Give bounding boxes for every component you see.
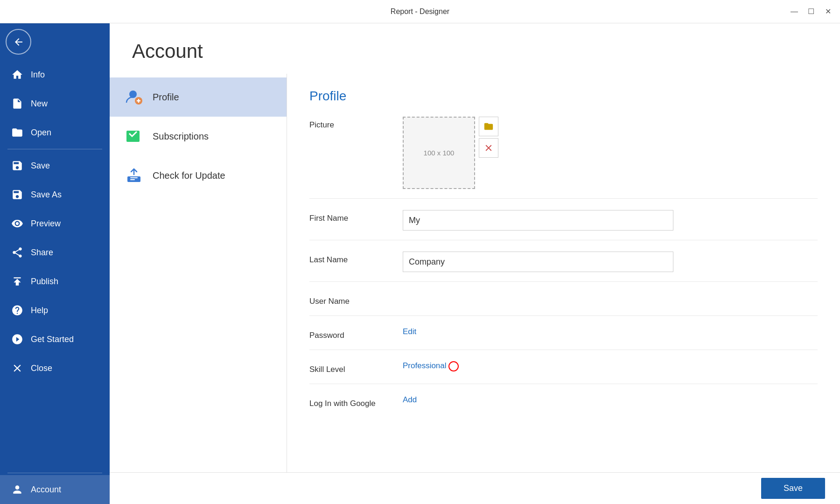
close-icon	[11, 362, 23, 374]
picture-area: 100 x 100	[403, 117, 818, 189]
sidebar-item-getstarted[interactable]: Get Started	[0, 325, 110, 354]
lastname-row: Last Name	[309, 252, 818, 282]
svg-rect-5	[130, 179, 135, 180]
help-icon	[11, 304, 23, 316]
sidebar-item-saveas[interactable]: Save As	[0, 180, 110, 209]
sidebar-item-new[interactable]: New	[0, 89, 110, 118]
sidebar-item-account[interactable]: Account	[0, 475, 110, 504]
main-content: Info New Open Save	[0, 23, 840, 504]
lastname-label: Last Name	[309, 252, 403, 265]
picture-row: Picture 100 x 100	[309, 117, 818, 199]
subscriptions-svg-icon	[126, 128, 142, 145]
picture-box[interactable]: 100 x 100	[403, 117, 475, 189]
cursor-indicator	[448, 361, 459, 371]
close-button[interactable]: ✕	[823, 7, 833, 16]
publish-icon	[11, 275, 23, 287]
sidebar-item-help[interactable]: Help	[0, 296, 110, 325]
sidebar-label-new: New	[31, 99, 48, 109]
firstname-label: First Name	[309, 210, 403, 223]
password-value: Edit	[403, 327, 818, 336]
profile-heading: Profile	[309, 89, 818, 104]
clear-icon	[483, 143, 494, 153]
checkupdate-svg-icon	[126, 167, 142, 184]
skilllevel-row: Skill Level Professional	[309, 361, 818, 384]
sidebar-item-publish[interactable]: Publish	[0, 267, 110, 296]
password-row: Password Edit	[309, 327, 818, 350]
sidebar-label-getstarted: Get Started	[31, 335, 74, 344]
logingoogle-value: Add	[403, 395, 818, 405]
sidebar-label-share: Share	[31, 248, 53, 258]
sub-item-subscriptions[interactable]: Subscriptions	[110, 117, 287, 156]
footer: Save	[110, 472, 840, 504]
username-row: User Name	[309, 293, 818, 316]
sidebar-label-info: Info	[31, 70, 45, 80]
folder-open-icon	[483, 121, 494, 132]
page-title: Account	[132, 40, 818, 63]
sidebar-item-preview[interactable]: Preview	[0, 209, 110, 238]
firstname-input[interactable]	[403, 210, 673, 231]
password-edit-link[interactable]: Edit	[403, 327, 416, 336]
content-body: Profile Subscriptions	[110, 74, 840, 472]
minimize-button[interactable]: —	[790, 7, 799, 16]
skilllevel-link[interactable]: Professional	[403, 361, 459, 370]
title-bar: Report - Designer — ☐ ✕	[0, 0, 840, 23]
lastname-input[interactable]	[403, 252, 673, 272]
sidebar-divider-1	[7, 149, 102, 149]
skilllevel-value: Professional	[403, 361, 818, 371]
skilllevel-label: Skill Level	[309, 361, 403, 374]
sub-item-checkupdate[interactable]: Check for Update	[110, 156, 287, 195]
home-icon	[11, 69, 23, 81]
share-icon	[11, 246, 23, 259]
window-controls: — ☐ ✕	[790, 7, 833, 16]
sidebar-label-publish: Publish	[31, 277, 58, 287]
new-icon	[11, 98, 23, 110]
window-title: Report - Designer	[391, 7, 449, 16]
sub-sidebar: Profile Subscriptions	[110, 74, 287, 472]
sidebar: Info New Open Save	[0, 23, 110, 504]
sub-label-checkupdate: Check for Update	[153, 170, 225, 181]
picture-clear-button[interactable]	[479, 138, 498, 158]
app-window: Report - Designer — ☐ ✕ Info	[0, 0, 840, 504]
save-icon	[11, 160, 23, 172]
sidebar-label-save: Save	[31, 161, 50, 171]
logingoogle-link[interactable]: Add	[403, 395, 417, 404]
sidebar-divider-2	[7, 473, 102, 473]
back-button[interactable]	[6, 29, 31, 55]
save-button[interactable]: Save	[761, 478, 825, 499]
subscriptions-icon	[125, 127, 143, 146]
sub-label-profile: Profile	[153, 92, 179, 103]
sidebar-item-share[interactable]: Share	[0, 238, 110, 267]
open-icon	[11, 126, 23, 139]
saveas-icon	[11, 189, 23, 201]
sidebar-item-close[interactable]: Close	[0, 354, 110, 383]
skilllevel-text: Professional	[403, 361, 447, 370]
firstname-row: First Name	[309, 210, 818, 240]
logingoogle-row: Log In with Google Add	[309, 395, 818, 418]
sidebar-spacer	[0, 383, 110, 471]
picture-buttons	[479, 117, 498, 158]
sidebar-label-account: Account	[31, 485, 61, 495]
page-header: Account	[110, 23, 840, 74]
getstarted-icon	[11, 333, 23, 345]
maximize-button[interactable]: ☐	[806, 7, 816, 16]
sidebar-item-save[interactable]: Save	[0, 151, 110, 180]
profile-svg-icon	[126, 89, 142, 105]
profile-panel: Profile Picture 100 x 100	[287, 74, 840, 472]
lastname-value	[403, 252, 818, 272]
back-icon	[13, 36, 24, 48]
sidebar-label-open: Open	[31, 128, 51, 138]
picture-label: Picture	[309, 117, 403, 130]
account-icon	[11, 483, 23, 496]
sub-label-subscriptions: Subscriptions	[153, 131, 209, 142]
picture-open-button[interactable]	[479, 117, 498, 136]
sidebar-label-saveas: Save As	[31, 190, 62, 200]
sidebar-item-info[interactable]: Info	[0, 60, 110, 89]
checkupdate-icon	[125, 166, 143, 185]
logingoogle-label: Log In with Google	[309, 395, 403, 408]
password-label: Password	[309, 327, 403, 340]
sub-item-profile[interactable]: Profile	[110, 77, 287, 117]
content-area: Account Profile	[110, 23, 840, 504]
preview-icon	[11, 217, 23, 230]
sidebar-label-close: Close	[31, 364, 52, 373]
sidebar-item-open[interactable]: Open	[0, 118, 110, 147]
